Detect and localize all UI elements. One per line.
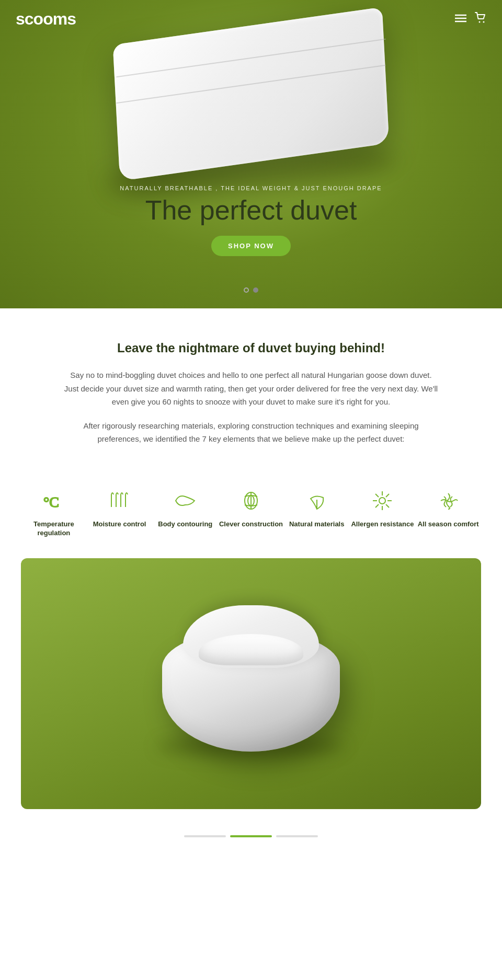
bottom-tab-2[interactable] xyxy=(230,835,272,837)
feature-temperature-label: Temperature regulation xyxy=(21,520,87,538)
feature-body-label: Body contouring xyxy=(158,520,212,529)
feature-temperature: °C Temperature regulation xyxy=(21,488,87,538)
feature-moisture-label: Moisture control xyxy=(93,520,146,529)
svg-line-19 xyxy=(375,494,379,497)
allseason-icon xyxy=(437,488,460,514)
feature-body: Body contouring xyxy=(152,488,218,538)
product-section xyxy=(0,558,502,825)
feature-clever-label: Clever construction xyxy=(219,520,283,529)
feature-natural: Natural materials xyxy=(284,488,350,538)
feature-allergen-label: Allergen resistance xyxy=(351,520,414,529)
section-title: Leave the nightmare of duvet buying behi… xyxy=(63,340,439,356)
shop-now-button[interactable]: SHOP NOW xyxy=(211,236,291,256)
rolled-duvet-art xyxy=(152,600,350,767)
paragraph-1: Say no to mind-boggling duvet choices an… xyxy=(63,368,439,409)
hero-subtitle: NATURALLY BREATHABLE , THE IDEAL WEIGHT … xyxy=(94,185,408,191)
svg-point-14 xyxy=(379,498,385,504)
bottom-tab-1[interactable] xyxy=(184,835,226,837)
feature-natural-label: Natural materials xyxy=(289,520,345,529)
content-section: Leave the nightmare of duvet buying behi… xyxy=(0,308,502,477)
temperature-icon: °C xyxy=(42,488,65,514)
feature-allergen: Allergen resistance xyxy=(350,488,416,538)
hero-title: The perfect duvet xyxy=(94,195,408,225)
feature-allseason-label: All season comfort xyxy=(418,520,479,529)
paragraph-2: After rigorously researching materials, … xyxy=(63,419,439,446)
svg-line-20 xyxy=(386,504,389,508)
carousel-dots xyxy=(244,287,258,293)
bottom-tabs xyxy=(0,825,502,843)
svg-line-22 xyxy=(375,504,379,508)
carousel-dot-1[interactable] xyxy=(244,287,249,293)
feature-allseason: All season comfort xyxy=(415,488,481,538)
header-icons xyxy=(455,12,486,26)
svg-point-4 xyxy=(483,21,485,23)
svg-text:°C: °C xyxy=(43,494,59,510)
feature-clever: Clever construction xyxy=(218,488,284,538)
hero-content: NATURALLY BREATHABLE , THE IDEAL WEIGHT … xyxy=(94,185,408,256)
hero-section: scooms xyxy=(0,0,502,308)
site-logo: scooms xyxy=(16,9,76,29)
natural-icon xyxy=(305,488,328,514)
bottom-tab-3[interactable] xyxy=(276,835,318,837)
allergen-icon xyxy=(371,488,394,514)
features-section: °C Temperature regulation Moisture c xyxy=(0,477,502,559)
site-header: scooms xyxy=(0,0,502,38)
clever-icon xyxy=(239,488,263,514)
body-icon xyxy=(174,488,197,514)
svg-line-21 xyxy=(386,494,389,497)
menu-icon[interactable] xyxy=(455,13,466,25)
moisture-icon xyxy=(108,488,131,514)
carousel-dot-2[interactable] xyxy=(253,287,258,293)
product-image xyxy=(21,558,481,809)
cart-icon[interactable] xyxy=(475,12,486,26)
feature-moisture: Moisture control xyxy=(87,488,153,538)
svg-point-3 xyxy=(479,21,481,23)
